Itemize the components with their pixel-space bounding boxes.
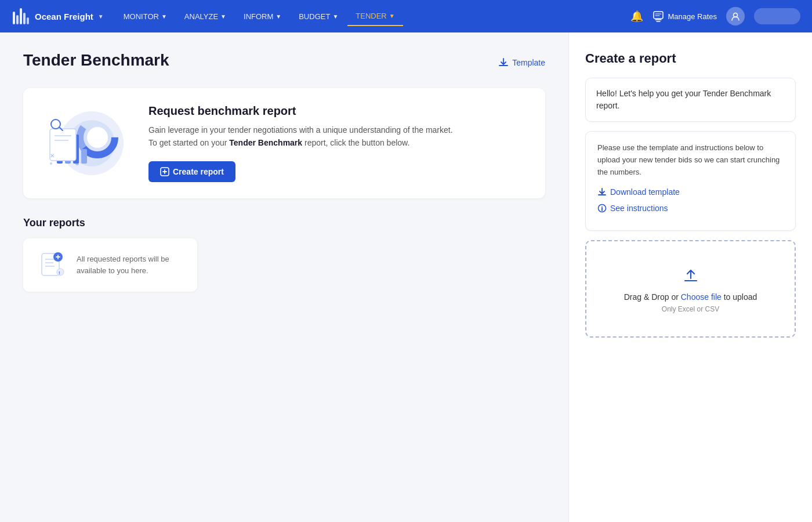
user-avatar[interactable] <box>726 7 745 26</box>
nav-item-inform[interactable]: INFORM ▼ <box>235 8 289 26</box>
create-report-title: Create a report <box>585 51 796 66</box>
nav-item-budget[interactable]: BUDGET ▼ <box>291 8 346 26</box>
upload-to-upload-text: to upload <box>722 292 757 302</box>
nav-item-analyze-label: ANALYZE <box>184 12 218 21</box>
svg-rect-1 <box>16 15 19 24</box>
svg-point-11 <box>87 127 108 148</box>
upload-hint-text: Only Excel or CSV <box>598 305 783 313</box>
right-panel: Create a report Hello! Let's help you ge… <box>568 32 812 522</box>
benchmark-illustration: ✕ <box>39 106 132 181</box>
svg-rect-4 <box>27 17 29 24</box>
nav-item-inform-label: INFORM <box>244 12 273 21</box>
svg-rect-2 <box>20 8 22 24</box>
benchmark-desc-1: Gain leverage in your tender negotiation… <box>148 125 453 135</box>
info-icon <box>597 204 607 213</box>
page-header: Tender Benchmark Template <box>23 51 545 74</box>
template-link[interactable]: Template <box>498 57 545 68</box>
nav-item-monitor[interactable]: MONITOR ▼ <box>115 8 175 26</box>
create-report-icon <box>160 167 169 176</box>
svg-text:!: ! <box>59 270 60 275</box>
instructions-text: Please use the template and instructions… <box>597 142 784 178</box>
template-download-icon <box>498 57 509 68</box>
benchmark-desc-bold: Tender Benchmark <box>229 138 302 147</box>
benchmark-content: Request benchmark report Gain leverage i… <box>148 104 529 182</box>
nav-logo[interactable]: Ocean Freight ▼ <box>12 7 104 26</box>
empty-reports-text: All requested reports will be available … <box>77 253 183 276</box>
main-layout: Tender Benchmark Template <box>0 32 812 522</box>
nav-right: 🔔 Manage Rates <box>630 7 800 26</box>
svg-point-21 <box>75 162 79 165</box>
download-icon <box>597 187 607 197</box>
manage-rates-icon <box>652 10 664 22</box>
nav-monitor-chevron: ▼ <box>161 13 167 20</box>
nav-logo-text: Ocean Freight <box>35 12 93 21</box>
benchmark-desc-3: report, click the button below. <box>302 138 409 147</box>
upload-text: Drag & Drop or Choose file to upload <box>598 292 783 302</box>
manage-rates-label: Manage Rates <box>668 12 717 21</box>
nav-item-tender[interactable]: TENDER ▼ <box>347 7 403 26</box>
page-title: Tender Benchmark <box>23 51 169 70</box>
left-panel: Tender Benchmark Template <box>0 32 568 522</box>
benchmark-card-title: Request benchmark report <box>148 104 529 118</box>
user-name-pill[interactable] <box>754 8 800 24</box>
nav-inform-chevron: ▼ <box>276 13 281 20</box>
download-template-link[interactable]: Download template <box>597 187 784 197</box>
create-report-label: Create report <box>173 167 224 176</box>
nav-item-analyze[interactable]: ANALYZE ▼ <box>176 8 234 26</box>
empty-reports-card: ! All requested reports will be availabl… <box>23 238 197 292</box>
upload-icon <box>680 264 701 285</box>
notification-bell-icon[interactable]: 🔔 <box>630 10 643 23</box>
svg-point-30 <box>57 269 64 276</box>
manage-rates-button[interactable]: Manage Rates <box>652 10 717 22</box>
svg-text:✕: ✕ <box>50 153 55 159</box>
create-report-button[interactable]: Create report <box>148 161 235 182</box>
nav-items: MONITOR ▼ ANALYZE ▼ INFORM ▼ BUDGET ▼ TE… <box>115 7 631 26</box>
nav-item-tender-label: TENDER <box>356 12 386 20</box>
svg-rect-5 <box>654 12 663 19</box>
nav-logo-chevron: ▼ <box>98 13 104 20</box>
nav-budget-chevron: ▼ <box>332 13 338 20</box>
benchmark-card-description: Gain leverage in your tender negotiation… <box>148 124 529 150</box>
nav-item-budget-label: BUDGET <box>299 12 330 21</box>
your-reports-title: Your reports <box>23 217 545 229</box>
svg-rect-3 <box>23 13 26 24</box>
nav-analyze-chevron: ▼ <box>220 13 226 20</box>
greeting-text: Hello! Let's help you get your Tender Be… <box>596 89 771 110</box>
svg-rect-15 <box>81 149 87 164</box>
svg-point-22 <box>50 162 52 165</box>
benchmark-desc-2: To get started on your <box>148 138 229 147</box>
nav-tender-chevron: ▼ <box>389 13 395 19</box>
empty-reports-icon: ! <box>37 250 67 280</box>
nav-item-monitor-label: MONITOR <box>124 12 159 21</box>
upload-drag-text: Drag & Drop or <box>624 292 681 302</box>
see-instructions-link[interactable]: See instructions <box>597 204 784 213</box>
choose-file-link[interactable]: Choose file <box>681 292 722 302</box>
upload-dropzone[interactable]: Drag & Drop or Choose file to upload Onl… <box>585 240 796 338</box>
svg-point-33 <box>601 206 603 208</box>
download-template-label: Download template <box>610 187 680 197</box>
template-link-label: Template <box>512 58 545 67</box>
benchmark-card: ✕ Request benchmark report Gain leverage… <box>23 88 545 198</box>
instructions-card: Please use the template and instructions… <box>585 131 796 231</box>
see-instructions-label: See instructions <box>610 204 668 213</box>
greeting-bubble: Hello! Let's help you get your Tender Be… <box>585 78 796 122</box>
navbar: Ocean Freight ▼ MONITOR ▼ ANALYZE ▼ INFO… <box>0 0 812 32</box>
svg-rect-0 <box>13 12 15 24</box>
